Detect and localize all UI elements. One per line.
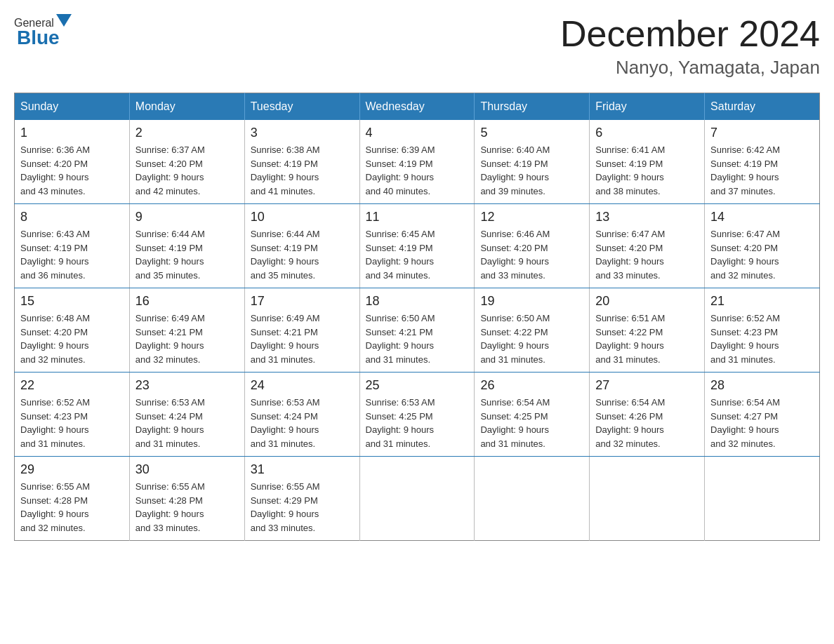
calendar-cell: 8 Sunrise: 6:43 AM Sunset: 4:19 PM Dayli…	[15, 204, 130, 288]
svg-marker-0	[56, 14, 72, 27]
day-info: Sunrise: 6:55 AM Sunset: 4:28 PM Dayligh…	[135, 480, 239, 535]
day-info: Sunrise: 6:53 AM Sunset: 4:25 PM Dayligh…	[366, 396, 469, 450]
day-info: Sunrise: 6:45 AM Sunset: 4:19 PM Dayligh…	[366, 227, 469, 282]
calendar-cell: 26 Sunrise: 6:54 AM Sunset: 4:25 PM Dayl…	[475, 373, 590, 457]
weekday-header-sunday: Sunday	[15, 93, 130, 121]
calendar-week-row: 22 Sunrise: 6:52 AM Sunset: 4:23 PM Dayl…	[15, 373, 820, 457]
location-title: Nanyo, Yamagata, Japan	[560, 57, 820, 79]
day-number: 18	[366, 294, 469, 309]
calendar-cell: 9 Sunrise: 6:44 AM Sunset: 4:19 PM Dayli…	[129, 204, 244, 288]
calendar-cell: 6 Sunrise: 6:41 AM Sunset: 4:19 PM Dayli…	[590, 120, 705, 204]
day-number: 21	[710, 294, 814, 309]
calendar-week-row: 1 Sunrise: 6:36 AM Sunset: 4:20 PM Dayli…	[15, 120, 820, 204]
day-number: 20	[595, 294, 699, 309]
day-info: Sunrise: 6:40 AM Sunset: 4:19 PM Dayligh…	[480, 143, 583, 198]
calendar-cell: 1 Sunrise: 6:36 AM Sunset: 4:20 PM Dayli…	[15, 120, 130, 204]
calendar-week-row: 15 Sunrise: 6:48 AM Sunset: 4:20 PM Dayl…	[15, 288, 820, 373]
calendar-cell: 14 Sunrise: 6:47 AM Sunset: 4:20 PM Dayl…	[705, 204, 820, 288]
calendar-header-row: SundayMondayTuesdayWednesdayThursdayFrid…	[15, 93, 820, 121]
calendar-cell: 29 Sunrise: 6:55 AM Sunset: 4:28 PM Dayl…	[15, 457, 130, 541]
day-info: Sunrise: 6:37 AM Sunset: 4:20 PM Dayligh…	[135, 143, 239, 198]
calendar-cell	[590, 457, 705, 541]
day-info: Sunrise: 6:39 AM Sunset: 4:19 PM Dayligh…	[366, 143, 469, 198]
calendar-cell: 27 Sunrise: 6:54 AM Sunset: 4:26 PM Dayl…	[590, 373, 705, 457]
day-info: Sunrise: 6:55 AM Sunset: 4:29 PM Dayligh…	[251, 480, 354, 535]
day-info: Sunrise: 6:43 AM Sunset: 4:19 PM Dayligh…	[20, 227, 124, 282]
calendar-cell: 30 Sunrise: 6:55 AM Sunset: 4:28 PM Dayl…	[129, 457, 244, 541]
day-number: 5	[480, 126, 583, 140]
calendar-cell: 18 Sunrise: 6:50 AM Sunset: 4:21 PM Dayl…	[359, 288, 475, 373]
day-number: 17	[251, 294, 354, 309]
weekday-header-tuesday: Tuesday	[244, 93, 359, 121]
day-number: 27	[595, 378, 699, 393]
calendar-table: SundayMondayTuesdayWednesdayThursdayFrid…	[14, 93, 820, 541]
day-number: 24	[251, 378, 354, 393]
day-number: 15	[20, 294, 124, 309]
day-info: Sunrise: 6:53 AM Sunset: 4:24 PM Dayligh…	[135, 396, 239, 450]
title-section: December 2024 Nanyo, Yamagata, Japan	[560, 14, 820, 79]
calendar-week-row: 8 Sunrise: 6:43 AM Sunset: 4:19 PM Dayli…	[15, 204, 820, 288]
day-number: 28	[710, 378, 814, 393]
day-info: Sunrise: 6:41 AM Sunset: 4:19 PM Dayligh…	[595, 143, 699, 198]
day-number: 26	[480, 378, 583, 393]
day-info: Sunrise: 6:44 AM Sunset: 4:19 PM Dayligh…	[135, 227, 239, 282]
day-number: 11	[366, 210, 469, 224]
day-info: Sunrise: 6:54 AM Sunset: 4:27 PM Dayligh…	[710, 396, 814, 450]
calendar-cell: 23 Sunrise: 6:53 AM Sunset: 4:24 PM Dayl…	[129, 373, 244, 457]
calendar-cell: 17 Sunrise: 6:49 AM Sunset: 4:21 PM Dayl…	[244, 288, 359, 373]
day-number: 16	[135, 294, 239, 309]
day-info: Sunrise: 6:49 AM Sunset: 4:21 PM Dayligh…	[251, 311, 354, 366]
day-info: Sunrise: 6:42 AM Sunset: 4:19 PM Dayligh…	[710, 143, 814, 198]
month-title: December 2024	[560, 14, 820, 54]
weekday-header-saturday: Saturday	[705, 93, 820, 121]
calendar-cell: 25 Sunrise: 6:53 AM Sunset: 4:25 PM Dayl…	[359, 373, 475, 457]
calendar-week-row: 29 Sunrise: 6:55 AM Sunset: 4:28 PM Dayl…	[15, 457, 820, 541]
day-info: Sunrise: 6:36 AM Sunset: 4:20 PM Dayligh…	[20, 143, 124, 198]
day-number: 4	[366, 126, 469, 140]
day-number: 3	[251, 126, 354, 140]
calendar-cell: 16 Sunrise: 6:49 AM Sunset: 4:21 PM Dayl…	[129, 288, 244, 373]
logo-blue-text: Blue	[14, 27, 60, 49]
day-info: Sunrise: 6:52 AM Sunset: 4:23 PM Dayligh…	[710, 311, 814, 366]
calendar-cell: 20 Sunrise: 6:51 AM Sunset: 4:22 PM Dayl…	[590, 288, 705, 373]
day-number: 19	[480, 294, 583, 309]
day-number: 6	[595, 126, 699, 140]
day-info: Sunrise: 6:51 AM Sunset: 4:22 PM Dayligh…	[595, 311, 699, 366]
day-info: Sunrise: 6:38 AM Sunset: 4:19 PM Dayligh…	[251, 143, 354, 198]
day-number: 30	[135, 462, 239, 477]
calendar-cell: 31 Sunrise: 6:55 AM Sunset: 4:29 PM Dayl…	[244, 457, 359, 541]
day-number: 8	[20, 210, 124, 224]
calendar-cell: 2 Sunrise: 6:37 AM Sunset: 4:20 PM Dayli…	[129, 120, 244, 204]
calendar-cell: 13 Sunrise: 6:47 AM Sunset: 4:20 PM Dayl…	[590, 204, 705, 288]
day-number: 10	[251, 210, 354, 224]
calendar-cell	[475, 457, 590, 541]
weekday-header-thursday: Thursday	[475, 93, 590, 121]
calendar-cell	[705, 457, 820, 541]
day-number: 1	[20, 126, 124, 140]
day-info: Sunrise: 6:50 AM Sunset: 4:22 PM Dayligh…	[480, 311, 583, 366]
day-number: 9	[135, 210, 239, 224]
day-number: 29	[20, 462, 124, 477]
page-header: General Blue December 2024 Nanyo, Yamaga…	[14, 14, 820, 79]
day-info: Sunrise: 6:55 AM Sunset: 4:28 PM Dayligh…	[20, 480, 124, 535]
day-info: Sunrise: 6:54 AM Sunset: 4:25 PM Dayligh…	[480, 396, 583, 450]
day-info: Sunrise: 6:49 AM Sunset: 4:21 PM Dayligh…	[135, 311, 239, 366]
day-number: 23	[135, 378, 239, 393]
calendar-cell: 11 Sunrise: 6:45 AM Sunset: 4:19 PM Dayl…	[359, 204, 475, 288]
calendar-cell: 24 Sunrise: 6:53 AM Sunset: 4:24 PM Dayl…	[244, 373, 359, 457]
day-number: 12	[480, 210, 583, 224]
day-info: Sunrise: 6:47 AM Sunset: 4:20 PM Dayligh…	[710, 227, 814, 282]
day-number: 2	[135, 126, 239, 140]
day-number: 22	[20, 378, 124, 393]
day-number: 13	[595, 210, 699, 224]
day-info: Sunrise: 6:46 AM Sunset: 4:20 PM Dayligh…	[480, 227, 583, 282]
calendar-cell: 22 Sunrise: 6:52 AM Sunset: 4:23 PM Dayl…	[15, 373, 130, 457]
day-info: Sunrise: 6:47 AM Sunset: 4:20 PM Dayligh…	[595, 227, 699, 282]
day-info: Sunrise: 6:54 AM Sunset: 4:26 PM Dayligh…	[595, 396, 699, 450]
day-number: 25	[366, 378, 469, 393]
calendar-cell: 15 Sunrise: 6:48 AM Sunset: 4:20 PM Dayl…	[15, 288, 130, 373]
logo: General Blue	[14, 14, 72, 49]
day-info: Sunrise: 6:52 AM Sunset: 4:23 PM Dayligh…	[20, 396, 124, 450]
weekday-header-wednesday: Wednesday	[359, 93, 475, 121]
weekday-header-friday: Friday	[590, 93, 705, 121]
